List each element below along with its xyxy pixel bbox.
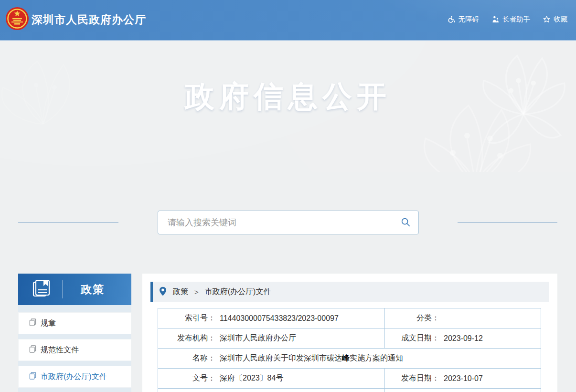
document-name-prefix: 深圳市人民政府关于印发深圳市碳达 xyxy=(220,354,342,362)
breadcrumb-separator: > xyxy=(194,288,199,296)
issuing-agency-label: 发布机构： xyxy=(158,333,215,343)
book-icon xyxy=(32,279,52,300)
search-bar xyxy=(158,211,419,234)
table-row-partial xyxy=(158,389,541,392)
banner: 政府信息公开 xyxy=(0,41,576,172)
search-button[interactable] xyxy=(393,211,418,234)
written-date-label: 成文日期： xyxy=(385,333,439,343)
wheelchair-icon xyxy=(448,15,456,23)
document-meta-table: 索引号： 114403000075433823/2023-00097 分类： 发… xyxy=(158,308,541,392)
search-icon xyxy=(400,217,411,229)
written-date-cell: 成文日期： 2023-09-12 xyxy=(384,328,541,348)
document-icon xyxy=(29,318,36,328)
search-right-divider xyxy=(458,222,557,222)
document-number-cell: 文号： 深府〔2023〕84号 xyxy=(158,369,384,388)
sidebar: 政策 规章 规范性文件 xyxy=(18,274,131,392)
lily-flower-decoration-2 xyxy=(404,98,547,172)
breadcrumb-current: 市政府(办公厅)文件 xyxy=(205,287,271,297)
table-row: 文号： 深府〔2023〕84号 发布日期： 2023-10-07 xyxy=(158,369,541,389)
national-emblem-icon xyxy=(5,7,29,31)
issuing-agency-value: 深圳市人民政府办公厅 xyxy=(220,333,296,343)
sidebar-item-label: 规章 xyxy=(41,318,56,328)
sidebar-item-label: 规范性文件 xyxy=(41,345,79,355)
index-number-label: 索引号： xyxy=(158,313,215,323)
favorite-link[interactable]: 收藏 xyxy=(543,15,567,24)
index-number-value: 114403000075433823/2023-00097 xyxy=(220,314,339,323)
sidebar-header: 政策 xyxy=(18,274,131,305)
table-row: 发布机构： 深圳市人民政府办公厅 成文日期： 2023-09-12 xyxy=(158,328,541,349)
elder-assist-label: 长者助手 xyxy=(502,15,530,24)
document-icon xyxy=(29,372,36,381)
breadcrumb: 政策 > 市政府(办公厅)文件 xyxy=(150,282,549,302)
search-left-divider xyxy=(18,222,118,222)
elder-assist-icon xyxy=(491,15,500,23)
sidebar-header-divider xyxy=(62,280,63,298)
document-name-highlight: 峰 xyxy=(342,354,350,362)
written-date-value: 2023-09-12 xyxy=(444,334,483,343)
sidebar-item-label: 市政府(办公厅)文件 xyxy=(41,372,107,382)
breadcrumb-accent-bar xyxy=(150,282,153,302)
site-title: 深圳市人民政府办公厅 xyxy=(32,12,146,27)
publish-date-label: 发布日期： xyxy=(385,373,439,383)
document-number-value: 深府〔2023〕84号 xyxy=(220,373,283,383)
document-name-cell: 名称： 深圳市人民政府关于印发深圳市碳达峰实施方案的通知 xyxy=(158,349,541,368)
page-title: 政府信息公开 xyxy=(185,76,391,117)
search-input[interactable] xyxy=(158,218,393,228)
document-icon xyxy=(29,345,36,355)
page: 深圳市人民政府办公厅 无障碍 xyxy=(0,0,576,392)
topbar: 深圳市人民政府办公厅 无障碍 xyxy=(0,0,576,41)
breadcrumb-policy-link[interactable]: 政策 xyxy=(173,287,188,297)
issuing-agency-cell: 发布机构： 深圳市人民政府办公厅 xyxy=(158,328,384,348)
favorite-label: 收藏 xyxy=(554,15,567,24)
elder-assist-link[interactable]: 长者助手 xyxy=(491,15,530,24)
main-panel: 政策 > 市政府(办公厅)文件 索引号： 114403000075433823/… xyxy=(142,274,557,392)
sidebar-item-regulations[interactable]: 规章 xyxy=(18,312,131,334)
topbar-links: 无障碍 长者助手 收藏 xyxy=(448,15,568,24)
table-row: 名称： 深圳市人民政府关于印发深圳市碳达峰实施方案的通知 xyxy=(158,349,541,369)
accessibility-link[interactable]: 无障碍 xyxy=(448,15,480,24)
document-name-value: 深圳市人民政府关于印发深圳市碳达峰实施方案的通知 xyxy=(220,353,403,363)
document-number-label: 文号： xyxy=(158,373,215,383)
star-icon xyxy=(543,15,551,23)
partial-cell xyxy=(158,389,384,392)
accessibility-label: 无障碍 xyxy=(459,15,480,24)
index-number-cell: 索引号： 114403000075433823/2023-00097 xyxy=(158,308,384,328)
publish-date-value: 2023-10-07 xyxy=(444,374,483,383)
document-name-suffix: 实施方案的通知 xyxy=(350,354,403,362)
table-row: 索引号： 114403000075433823/2023-00097 分类： xyxy=(158,308,541,328)
location-pin-icon xyxy=(159,286,167,298)
sidebar-title: 政策 xyxy=(81,282,105,297)
sidebar-menu: 规章 规范性文件 市政府(办公厅)文件 xyxy=(18,305,131,388)
sidebar-item-normative-documents[interactable]: 规范性文件 xyxy=(18,339,131,361)
publish-date-cell: 发布日期： 2023-10-07 xyxy=(384,369,541,388)
category-label: 分类： xyxy=(385,313,439,323)
partial-cell xyxy=(384,389,541,392)
category-cell: 分类： xyxy=(384,308,541,328)
lily-flower-decoration-3 xyxy=(0,55,100,170)
document-name-label: 名称： xyxy=(158,353,215,363)
sidebar-item-municipal-government-documents[interactable]: 市政府(办公厅)文件 xyxy=(18,366,131,388)
